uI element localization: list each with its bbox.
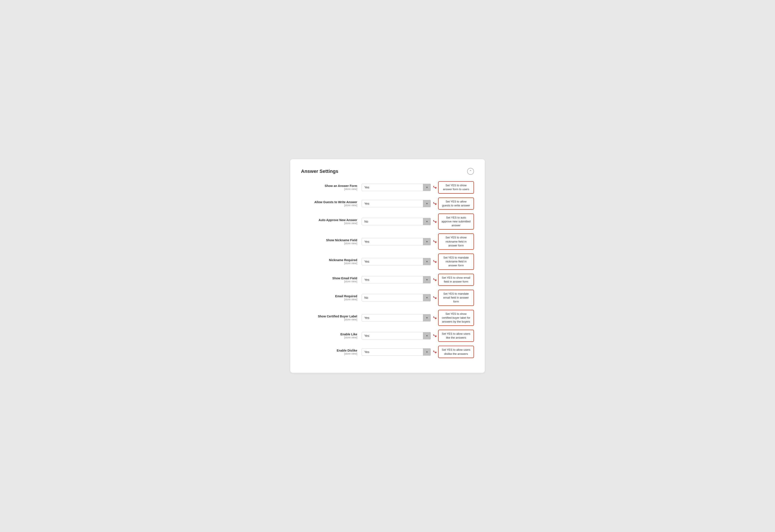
settings-row-show-answer-form: Show an Answer Form [store view] Yes No … xyxy=(301,181,474,193)
select-enable-like[interactable]: Yes No xyxy=(361,332,431,340)
settings-row-enable-like: Enable Like [store view] Yes No ↩ Set YE… xyxy=(301,330,474,342)
row-label-email-required: Email Required [store view] xyxy=(301,295,361,301)
red-arrow-icon-show-certified: ↩ xyxy=(432,315,438,321)
tooltip-area-nickname-required: ↩ Set YES to mandate nickname field in a… xyxy=(433,253,474,270)
row-label-sub-enable-dislike: [store view] xyxy=(301,352,357,355)
row-label-main-enable-like: Enable Like xyxy=(301,333,357,336)
select-show-certified[interactable]: Yes No xyxy=(361,314,431,322)
settings-row-enable-dislike: Enable Dislike [store view] Yes No ↩ Set… xyxy=(301,346,474,358)
collapse-button[interactable]: ⌃ xyxy=(467,168,474,175)
tooltip-area-enable-dislike: ↩ Set YES to allow users dislike the ans… xyxy=(433,346,474,358)
tooltip-area-show-email: ↩ Set YES to show email field in answer … xyxy=(433,274,474,286)
row-label-main-show-email: Show Email Field xyxy=(301,277,357,280)
select-enable-dislike[interactable]: Yes No xyxy=(361,348,431,356)
tooltip-area-show-nickname: ↩ Set YES to show nickname field in answ… xyxy=(433,233,474,250)
panel-title: Answer Settings xyxy=(301,168,338,174)
tooltip-box-nickname-required: Set YES to mandate nickname field in ans… xyxy=(438,253,474,270)
answer-settings-panel: Answer Settings ⌃ Show an Answer Form [s… xyxy=(290,159,485,373)
row-label-sub-show-nickname: [store view] xyxy=(301,242,357,245)
tooltip-box-show-answer-form: Set YES to show answer form to users xyxy=(438,181,474,193)
row-label-sub-enable-like: [store view] xyxy=(301,336,357,339)
row-label-sub-auto-approve: [store view] xyxy=(301,222,357,225)
select-wrapper-enable-like: Yes No xyxy=(361,332,431,340)
select-auto-approve[interactable]: Yes No xyxy=(361,218,431,225)
row-label-main-show-nickname: Show Nickname Field xyxy=(301,238,357,242)
red-arrow-icon-email-required: ↩ xyxy=(432,295,438,301)
tooltip-box-enable-dislike: Set YES to allow users dislike the answe… xyxy=(438,346,474,358)
row-label-show-email: Show Email Field [store view] xyxy=(301,277,361,283)
settings-row-show-email: Show Email Field [store view] Yes No ↩ S… xyxy=(301,274,474,286)
select-wrapper-email-required: Yes No xyxy=(361,294,431,302)
select-wrapper-auto-approve: Yes No xyxy=(361,218,431,225)
row-label-sub-allow-guests: [store view] xyxy=(301,204,357,207)
row-label-main-show-certified: Show Certified Buyer Label xyxy=(301,315,357,318)
row-label-sub-show-certified: [store view] xyxy=(301,318,357,321)
red-arrow-icon-show-answer-form: ↩ xyxy=(432,184,438,191)
row-label-main-enable-dislike: Enable Dislike xyxy=(301,349,357,352)
row-label-nickname-required: Nickname Required [store view] xyxy=(301,258,361,265)
select-wrapper-show-answer-form: Yes No xyxy=(361,184,431,191)
row-label-sub-show-answer-form: [store view] xyxy=(301,187,357,190)
settings-rows: Show an Answer Form [store view] Yes No … xyxy=(301,181,474,358)
tooltip-area-allow-guests: ↩ Set YES to allow guests to write answe… xyxy=(433,197,474,210)
row-label-enable-like: Enable Like [store view] xyxy=(301,333,361,339)
select-show-answer-form[interactable]: Yes No xyxy=(361,184,431,191)
settings-row-auto-approve: Auto Approve New Answer [store view] Yes… xyxy=(301,213,474,230)
tooltip-box-enable-like: Set YES to allow users like the answers xyxy=(438,330,474,342)
tooltip-area-email-required: ↩ Set YES to mandate email field in answ… xyxy=(433,290,474,306)
red-arrow-icon-auto-approve: ↩ xyxy=(432,218,438,225)
red-arrow-icon-show-nickname: ↩ xyxy=(432,238,438,245)
settings-row-email-required: Email Required [store view] Yes No ↩ Set… xyxy=(301,290,474,306)
row-label-show-answer-form: Show an Answer Form [store view] xyxy=(301,184,361,190)
tooltip-box-email-required: Set YES to mandate email field in answer… xyxy=(438,290,474,306)
row-label-sub-email-required: [store view] xyxy=(301,298,357,301)
row-label-show-nickname: Show Nickname Field [store view] xyxy=(301,238,361,245)
tooltip-box-allow-guests: Set YES to allow guests to write answer xyxy=(438,197,474,210)
tooltip-area-auto-approve: ↩ Set YES to auto approve new submitted … xyxy=(433,213,474,230)
settings-row-show-nickname: Show Nickname Field [store view] Yes No … xyxy=(301,233,474,250)
tooltip-box-show-nickname: Set YES to show nickname field in answer… xyxy=(438,233,474,250)
select-show-nickname[interactable]: Yes No xyxy=(361,238,431,245)
tooltip-box-auto-approve: Set YES to auto approve new submitted an… xyxy=(438,213,474,230)
select-email-required[interactable]: Yes No xyxy=(361,294,431,302)
red-arrow-icon-enable-like: ↩ xyxy=(432,333,438,339)
red-arrow-icon-show-email: ↩ xyxy=(432,276,438,283)
settings-row-show-certified: Show Certified Buyer Label [store view] … xyxy=(301,310,474,326)
tooltip-box-show-certified: Set YES to show certified buyer label fo… xyxy=(438,310,474,326)
select-show-email[interactable]: Yes No xyxy=(361,276,431,284)
panel-header: Answer Settings ⌃ xyxy=(301,168,474,175)
select-wrapper-show-certified: Yes No xyxy=(361,314,431,322)
select-wrapper-enable-dislike: Yes No xyxy=(361,348,431,356)
row-label-auto-approve: Auto Approve New Answer [store view] xyxy=(301,218,361,225)
row-label-main-nickname-required: Nickname Required xyxy=(301,258,357,262)
tooltip-area-enable-like: ↩ Set YES to allow users like the answer… xyxy=(433,330,474,342)
select-nickname-required[interactable]: Yes No xyxy=(361,258,431,265)
row-label-enable-dislike: Enable Dislike [store view] xyxy=(301,349,361,355)
select-allow-guests[interactable]: Yes No xyxy=(361,200,431,207)
row-label-main-auto-approve: Auto Approve New Answer xyxy=(301,218,357,222)
select-wrapper-nickname-required: Yes No xyxy=(361,258,431,265)
tooltip-area-show-certified: ↩ Set YES to show certified buyer label … xyxy=(433,310,474,326)
row-label-main-show-answer-form: Show an Answer Form xyxy=(301,184,357,187)
select-wrapper-allow-guests: Yes No xyxy=(361,200,431,207)
tooltip-box-show-email: Set YES to show email field in answer fo… xyxy=(438,274,474,286)
row-label-sub-show-email: [store view] xyxy=(301,280,357,283)
red-arrow-icon-nickname-required: ↩ xyxy=(432,258,438,265)
tooltip-area-show-answer-form: ↩ Set YES to show answer form to users xyxy=(433,181,474,193)
red-arrow-icon-allow-guests: ↩ xyxy=(432,200,438,207)
select-wrapper-show-email: Yes No xyxy=(361,276,431,284)
settings-row-nickname-required: Nickname Required [store view] Yes No ↩ … xyxy=(301,253,474,270)
row-label-main-allow-guests: Allow Guests to Write Answer xyxy=(301,200,357,204)
row-label-main-email-required: Email Required xyxy=(301,295,357,298)
settings-row-allow-guests: Allow Guests to Write Answer [store view… xyxy=(301,197,474,210)
select-wrapper-show-nickname: Yes No xyxy=(361,238,431,245)
red-arrow-icon-enable-dislike: ↩ xyxy=(432,349,438,355)
row-label-show-certified: Show Certified Buyer Label [store view] xyxy=(301,315,361,321)
row-label-allow-guests: Allow Guests to Write Answer [store view… xyxy=(301,200,361,207)
row-label-sub-nickname-required: [store view] xyxy=(301,262,357,265)
